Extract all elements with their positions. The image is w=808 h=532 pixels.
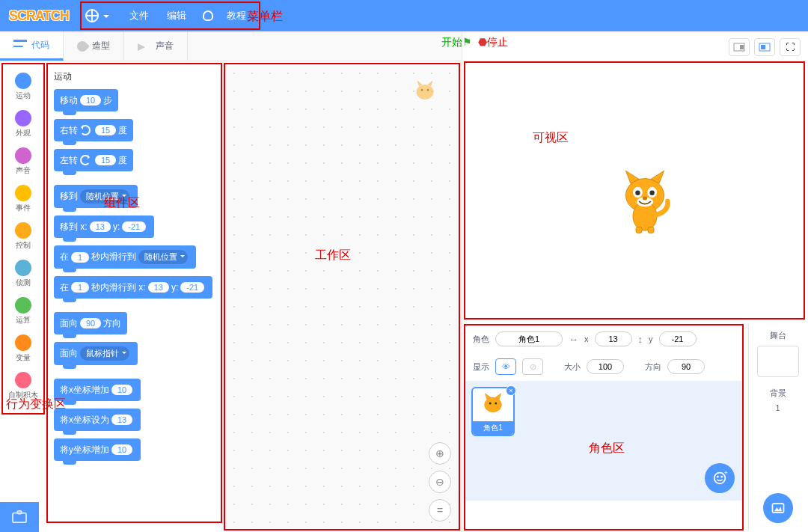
stage-selector[interactable]: 舞台 背景 1 [748, 324, 807, 531]
stage-header: ⛶ [464, 33, 807, 61]
category-dot-icon [15, 297, 31, 314]
y-label: y [649, 334, 653, 343]
svg-point-18 [643, 197, 647, 201]
stage[interactable]: 可视区 [464, 61, 805, 319]
annotation-workspace: 工作区 [315, 248, 351, 263]
category-dot-icon [15, 334, 31, 351]
block-point-dir[interactable]: 面向90方向 [54, 312, 127, 334]
category-侦测[interactable]: 侦测 [3, 255, 43, 293]
annotation-behavior: 行为变换区 [6, 397, 66, 412]
sprite-y-input[interactable] [659, 331, 697, 346]
block-change-x[interactable]: 将x坐标增加10 [54, 379, 141, 401]
stage-thumbnail[interactable] [757, 346, 799, 377]
category-运动[interactable]: 运动 [3, 68, 43, 106]
bulb-icon [203, 10, 213, 21]
stop-label: 停止 [487, 36, 508, 48]
stage-small-button[interactable] [729, 38, 750, 56]
category-事件[interactable]: 事件 [3, 180, 43, 218]
svg-rect-8 [761, 45, 765, 49]
category-dot-icon [15, 372, 31, 388]
category-控制[interactable]: 控制 [3, 218, 43, 255]
palette-title: 运动 [54, 70, 215, 83]
block-change-y[interactable]: 将y坐标增加10 [54, 438, 141, 461]
stage-sprite-cat[interactable] [615, 168, 675, 235]
svg-point-16 [649, 191, 654, 195]
sprite-delete-button[interactable]: × [506, 385, 516, 396]
fullscreen-button[interactable]: ⛶ [780, 38, 801, 56]
sprite-tile[interactable]: × 角色1 [471, 387, 515, 436]
svg-point-1 [421, 89, 423, 91]
block-turn-ccw[interactable]: 左转15度 [54, 149, 133, 171]
zoom-in-button[interactable]: ⊕ [429, 442, 451, 465]
menu-tutorials[interactable]: 教程 [227, 9, 246, 22]
stage-label: 舞台 [749, 330, 807, 341]
zoom-out-button[interactable]: ⊖ [429, 471, 451, 493]
direction-label: 方向 [645, 361, 661, 373]
code-icon [13, 40, 27, 50]
globe-icon[interactable] [85, 9, 99, 22]
sprite-x-input[interactable] [595, 331, 632, 346]
block-point-towards[interactable]: 面向鼠标指针 [54, 342, 138, 365]
flag-icon: ⚑ [462, 36, 472, 48]
show-label: 显示 [473, 361, 489, 373]
svg-rect-32 [13, 513, 26, 523]
tab-sounds-label: 声音 [156, 40, 174, 52]
y-icon: ↕ [638, 334, 643, 345]
block-glide-xy[interactable]: 在1秒内滑行到 x:13y:-21 [54, 276, 212, 299]
sound-icon [138, 43, 151, 51]
xy-icon: ↔ [569, 334, 578, 345]
menu-edit[interactable]: 编辑 [167, 9, 186, 22]
category-外观[interactable]: 外观 [3, 106, 43, 143]
annotation-sprites: 角色区 [589, 441, 625, 456]
menu-file[interactable]: 文件 [129, 9, 149, 22]
zoom-reset-button[interactable]: = [429, 499, 451, 522]
block-glide[interactable]: 在1秒内滑行到随机位置 [54, 245, 196, 269]
sprite-tile-name: 角色1 [473, 421, 513, 435]
svg-point-0 [417, 85, 433, 99]
svg-marker-31 [774, 507, 782, 511]
workspace-controls: ⊕ ⊖ = [429, 436, 451, 522]
backpack-button[interactable] [0, 502, 39, 532]
sprite-info-panel: 角色 ↔ x ↕ y 显示 👁 ⊘ 大小 方向 × [464, 324, 744, 531]
add-backdrop-button[interactable] [763, 493, 793, 523]
annotation-visible: 可视区 [533, 130, 569, 146]
sprite-size-input[interactable] [587, 359, 624, 374]
svg-rect-19 [636, 227, 642, 233]
show-button[interactable]: 👁 [495, 358, 516, 375]
hide-button[interactable]: ⊘ [522, 358, 543, 375]
sprite-name-input[interactable] [495, 331, 563, 346]
block-set-x[interactable]: 将x坐标设为13 [54, 409, 141, 431]
menubar: SCRATCH 文件 编辑 教程 [0, 0, 808, 31]
block-move-steps[interactable]: 移动10步 [54, 89, 118, 111]
annotation-start-stop: 开始⚑ ⬣停止 [441, 36, 508, 49]
backdrops-label: 背景 [749, 388, 807, 399]
tab-costumes-label: 造型 [92, 40, 110, 52]
sprite-label: 角色 [473, 334, 489, 345]
workspace[interactable]: 工作区 ⊕ ⊖ = [224, 63, 460, 531]
block-category-column: 运动外观声音事件控制侦测运算变量自制积木 [1, 63, 45, 415]
category-运算[interactable]: 运算 [3, 293, 43, 330]
scratch-logo: SCRATCH [9, 8, 69, 24]
svg-marker-4 [428, 81, 432, 86]
tab-code[interactable]: 代码 [0, 31, 64, 61]
category-变量[interactable]: 变量 [3, 330, 43, 367]
svg-rect-20 [648, 227, 654, 233]
category-dot-icon [15, 222, 31, 239]
add-sprite-button[interactable]: + [705, 463, 735, 493]
tab-costumes[interactable]: 造型 [64, 31, 124, 61]
editor-tabs: 代码 造型 声音 [0, 31, 462, 61]
tab-sounds[interactable]: 声音 [124, 31, 188, 61]
sprite-direction-input[interactable] [667, 359, 705, 374]
tab-code-label: 代码 [31, 39, 49, 52]
block-turn-cw[interactable]: 右转15度 [54, 119, 133, 141]
sprite-preview-icon[interactable] [410, 76, 440, 106]
stage-large-button[interactable] [754, 38, 775, 56]
svg-point-21 [485, 397, 502, 412]
annotation-palette: 组件区 [104, 195, 140, 211]
block-goto-xy[interactable]: 移到 x:13y:-21 [54, 215, 154, 238]
size-label: 大小 [564, 361, 581, 373]
category-dot-icon [15, 260, 31, 276]
category-声音[interactable]: 声音 [3, 143, 43, 180]
svg-point-24 [489, 403, 492, 405]
chevron-down-icon[interactable] [103, 15, 109, 21]
